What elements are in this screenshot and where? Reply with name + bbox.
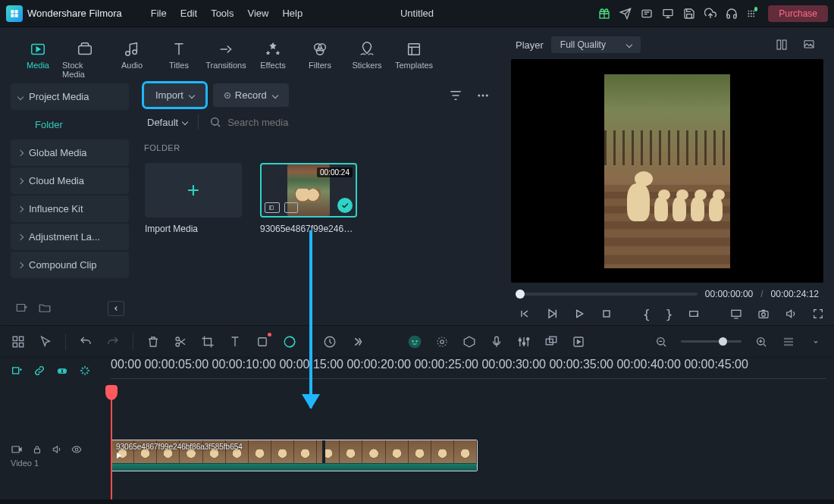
tab-transitions[interactable]: Transitions: [203, 38, 249, 79]
new-folder-icon[interactable]: [38, 301, 53, 316]
aspect-ratio-button[interactable]: [688, 307, 700, 321]
zoom-knob[interactable]: [719, 337, 727, 346]
sidebar-item-influence-kit[interactable]: Influence Kit: [11, 196, 129, 222]
clip-thumbnail[interactable]: 00:00:24: [260, 163, 357, 218]
tab-media[interactable]: Media: [15, 38, 61, 79]
voice-over-button[interactable]: [489, 334, 504, 349]
svg-rect-31: [732, 310, 741, 316]
menu-help[interactable]: Help: [282, 8, 303, 19]
mark-out-button[interactable]: }: [666, 307, 673, 321]
view-grid-icon[interactable]: [772, 35, 792, 55]
ai-button[interactable]: [407, 334, 422, 349]
sidebar-item-adjustment-layer[interactable]: Adjustment La...: [11, 224, 129, 250]
split-button[interactable]: [173, 334, 188, 349]
purchase-button[interactable]: Purchase: [768, 5, 828, 22]
stop-button[interactable]: [600, 307, 613, 321]
new-bin-icon[interactable]: [15, 301, 30, 316]
crop-button[interactable]: [200, 334, 215, 349]
collapse-sidebar-button[interactable]: [108, 301, 124, 316]
zoom-out-button[interactable]: [654, 334, 669, 349]
search-input[interactable]: [227, 117, 493, 128]
adjust-button[interactable]: [255, 334, 270, 349]
add-track-button[interactable]: [11, 365, 24, 378]
ruler[interactable]: 00:00 00:00:05:00 00:00:10:00 00:00:15:0…: [111, 358, 826, 385]
track-visible-icon[interactable]: [71, 444, 82, 455]
zoom-in-button[interactable]: [754, 334, 769, 349]
headphones-icon[interactable]: [726, 8, 738, 20]
filter-icon[interactable]: [446, 86, 466, 105]
scrub-track[interactable]: [516, 293, 698, 296]
message-icon[interactable]: [641, 8, 653, 20]
preview-viewport[interactable]: [511, 59, 823, 283]
tab-templates[interactable]: Templates: [391, 38, 437, 79]
svg-rect-27: [782, 40, 786, 49]
mark-in-button[interactable]: {: [643, 307, 651, 321]
svg-rect-13: [79, 45, 92, 54]
speed-button[interactable]: [322, 334, 337, 349]
track-lock-icon[interactable]: [32, 444, 42, 455]
cloud-upload-icon[interactable]: [704, 8, 716, 20]
delete-button[interactable]: [146, 334, 161, 349]
gift-icon[interactable]: [598, 8, 610, 20]
track-view-button[interactable]: [781, 334, 796, 349]
record-button[interactable]: Record: [213, 83, 289, 107]
import-media-tile[interactable]: + Import Media: [144, 163, 243, 234]
playhead[interactable]: [111, 385, 112, 499]
sidebar-item-project-media[interactable]: Project Media: [11, 83, 129, 110]
sidebar-item-folder[interactable]: Folder: [11, 111, 129, 138]
sort-dropdown[interactable]: Default: [144, 117, 187, 128]
link-button[interactable]: [33, 365, 47, 378]
track-video-icon[interactable]: [11, 443, 23, 455]
fullscreen-button[interactable]: [812, 307, 824, 321]
send-icon[interactable]: [619, 8, 632, 20]
tab-effects[interactable]: Effects: [250, 38, 296, 79]
keyframe-button[interactable]: [434, 334, 450, 349]
sidebar-item-global-media[interactable]: Global Media: [11, 139, 129, 166]
dashboard-icon[interactable]: [11, 334, 26, 349]
tab-stickers[interactable]: Stickers: [344, 38, 390, 79]
tab-filters[interactable]: Filters: [297, 38, 343, 79]
quality-dropdown[interactable]: Full Quality: [551, 36, 641, 53]
sidebar-item-compound-clip[interactable]: Compound Clip: [11, 252, 129, 278]
more-tools-button[interactable]: [350, 334, 365, 349]
timeline-body[interactable]: Video 1 93065e4867f99e246bf86a3f585fb654: [0, 385, 834, 499]
timeline-clip[interactable]: 93065e4867f99e246bf86a3f585fb654: [111, 440, 478, 471]
sidebar-item-cloud-media[interactable]: Cloud Media: [11, 167, 129, 194]
play-frame-button[interactable]: [546, 307, 558, 321]
volume-button[interactable]: [785, 307, 797, 321]
track-view-chevron[interactable]: [808, 334, 823, 349]
monitor-icon[interactable]: [662, 8, 674, 20]
color-button[interactable]: [282, 334, 297, 349]
view-image-icon[interactable]: [799, 35, 819, 55]
mixer-button[interactable]: [516, 334, 531, 349]
play-button[interactable]: [573, 307, 585, 321]
more-icon[interactable]: [473, 86, 493, 105]
track-mute-icon[interactable]: [52, 444, 62, 455]
media-clip-tile[interactable]: 00:00:24 93065e4867f99e246bf8...: [259, 163, 358, 234]
text-button[interactable]: [227, 334, 243, 349]
apps-icon[interactable]: [747, 8, 759, 20]
undo-button[interactable]: [78, 334, 93, 349]
render-button[interactable]: [571, 334, 586, 349]
auto-ripple-button[interactable]: [79, 365, 92, 378]
import-button[interactable]: Import: [144, 83, 205, 107]
import-media-box[interactable]: +: [145, 163, 242, 218]
marker-button[interactable]: [462, 334, 477, 349]
tab-stock-media[interactable]: Stock Media: [62, 38, 108, 79]
zoom-slider[interactable]: [681, 340, 742, 343]
save-icon[interactable]: [683, 8, 695, 20]
menu-edit[interactable]: Edit: [180, 8, 197, 19]
scrub-knob[interactable]: [516, 290, 525, 299]
display-button[interactable]: [730, 307, 742, 321]
menu-view[interactable]: View: [247, 8, 268, 19]
redo-button[interactable]: [105, 334, 121, 349]
magnet-button[interactable]: [56, 365, 70, 378]
cursor-icon[interactable]: [38, 334, 53, 349]
menu-tools[interactable]: Tools: [211, 8, 234, 19]
snapshot-button[interactable]: [757, 307, 770, 321]
prev-frame-button[interactable]: [519, 307, 531, 321]
menu-file[interactable]: File: [151, 8, 167, 19]
tab-titles[interactable]: Titles: [156, 38, 202, 79]
tab-audio[interactable]: Audio: [109, 38, 155, 79]
group-button[interactable]: [544, 334, 559, 349]
